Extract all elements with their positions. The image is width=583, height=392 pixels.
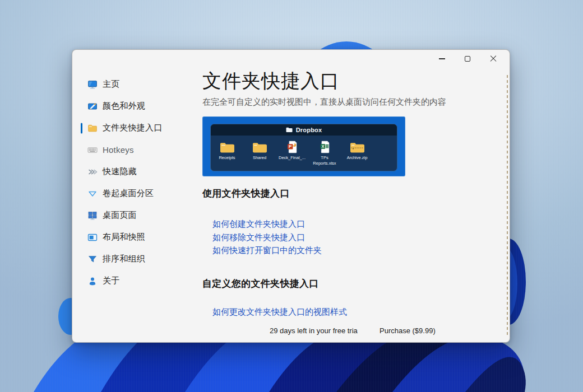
sidebar-item-label: Hotkeys bbox=[103, 145, 134, 155]
folder-icon bbox=[252, 138, 267, 153]
sidebar-item-quick-hide[interactable]: 快速隐藏 bbox=[72, 161, 199, 183]
layout-snapshot-icon bbox=[87, 232, 98, 242]
sidebar-item-label: 关于 bbox=[103, 276, 119, 286]
links-group-customize: 如何更改文件夹快捷入口的视图样式 bbox=[212, 305, 477, 319]
sidebar-item-label: 排序和组织 bbox=[103, 254, 145, 264]
sidebar-item-layout-snapshots[interactable]: 布局和快照 bbox=[72, 226, 199, 248]
sidebar-item-hotkeys[interactable]: Hotkeys bbox=[72, 139, 199, 161]
desktop-pages-icon bbox=[87, 211, 98, 221]
section-heading-use: 使用文件夹快捷入口 bbox=[202, 187, 477, 200]
selected-indicator bbox=[81, 123, 82, 133]
sidebar-item-label: 颜色和外观 bbox=[103, 101, 145, 111]
powerpoint-file-icon: P bbox=[287, 138, 298, 153]
home-monitor-icon bbox=[87, 80, 98, 90]
sidebar-item-label: 主页 bbox=[103, 79, 119, 90]
portal-item-label: Shared bbox=[253, 155, 266, 161]
portal-panel: Dropbox Receipts Shared bbox=[210, 124, 397, 171]
sidebar-item-folder-portals[interactable]: 文件夹快捷入口 bbox=[72, 117, 199, 139]
portal-header: Dropbox bbox=[211, 124, 397, 136]
portal-item-deck[interactable]: P Deck_Final_... bbox=[276, 138, 308, 166]
portal-item-receipts[interactable]: Receipts bbox=[211, 138, 243, 166]
section-heading-customize: 自定义您的文件夹快捷入口 bbox=[202, 277, 477, 290]
portal-item-label: Receipts bbox=[219, 155, 235, 161]
folder-icon bbox=[87, 123, 98, 133]
keyboard-icon bbox=[87, 145, 98, 155]
portal-item-archive[interactable]: Archive.zip bbox=[341, 138, 373, 166]
sidebar-item-rollup[interactable]: 卷起桌面分区 bbox=[72, 183, 199, 204]
white-folder-icon bbox=[286, 127, 293, 133]
sidebar-item-about[interactable]: 关于 bbox=[72, 270, 199, 292]
sidebar-item-label: 卷起桌面分区 bbox=[103, 188, 154, 199]
svg-text:X: X bbox=[321, 144, 324, 149]
sidebar-item-label: 文件夹快捷入口 bbox=[103, 123, 162, 133]
zip-folder-icon bbox=[350, 138, 365, 153]
folder-icon bbox=[220, 138, 235, 153]
close-button[interactable] bbox=[480, 50, 506, 68]
sort-filter-icon bbox=[87, 254, 98, 264]
portal-items-row: Receipts Shared P Deck_Final_... bbox=[211, 136, 397, 166]
sidebar-item-label: 快速隐藏 bbox=[103, 166, 137, 177]
scrollbar-track[interactable] bbox=[507, 75, 508, 335]
link-remove-portal[interactable]: 如何移除文件夹快捷入口 bbox=[212, 231, 477, 244]
trial-status-text: 29 days left in your free tria bbox=[270, 326, 358, 335]
sidebar-item-label: 布局和快照 bbox=[103, 232, 145, 242]
portal-item-label: Archive.zip bbox=[347, 155, 368, 161]
about-person-icon bbox=[87, 276, 98, 286]
portal-item-reports[interactable]: X TPs Reports.xlsx bbox=[308, 138, 341, 166]
link-open-folder-in-window[interactable]: 如何快速打开窗口中的文件夹 bbox=[212, 244, 477, 257]
sidebar-item-home[interactable]: 主页 bbox=[72, 73, 199, 95]
sidebar-item-desktop-pages[interactable]: 桌面页面 bbox=[72, 204, 199, 226]
sidebar-item-sort-organize[interactable]: 排序和组织 bbox=[72, 248, 199, 270]
links-group-use: 如何创建文件夹快捷入口 如何移除文件夹快捷入口 如何快速打开窗口中的文件夹 bbox=[212, 217, 477, 257]
close-icon bbox=[490, 55, 497, 62]
portal-item-label: Deck_Final_... bbox=[279, 155, 306, 161]
portal-title: Dropbox bbox=[296, 127, 322, 133]
sidebar: 主页 颜色和外观 文件夹快捷入口 Hotkeys 快速隐藏 bbox=[72, 73, 199, 292]
main-content: 文件夹快捷入口 在完全可自定义的实时视图中，直接从桌面访问任何文件夹的内容 Dr… bbox=[202, 50, 477, 318]
color-appearance-icon bbox=[87, 101, 98, 111]
app-window: 主页 颜色和外观 文件夹快捷入口 Hotkeys 快速隐藏 bbox=[72, 49, 510, 343]
page-title: 文件夹快捷入口 bbox=[202, 70, 477, 92]
sidebar-item-colors[interactable]: 颜色和外观 bbox=[72, 95, 199, 117]
portal-item-label: TPs Reports.xlsx bbox=[309, 155, 340, 166]
purchase-button[interactable]: Purchase ($9.99) bbox=[380, 326, 436, 335]
svg-text:P: P bbox=[289, 144, 292, 149]
portal-item-shared[interactable]: Shared bbox=[243, 138, 276, 166]
sidebar-item-label: 桌面页面 bbox=[103, 210, 137, 221]
page-subtitle: 在完全可自定义的实时视图中，直接从桌面访问任何文件夹的内容 bbox=[202, 97, 477, 108]
link-change-view-style[interactable]: 如何更改文件夹快捷入口的视图样式 bbox=[212, 305, 477, 319]
rollup-triangle-icon bbox=[87, 189, 98, 199]
excel-file-icon: X bbox=[320, 138, 330, 153]
link-create-portal[interactable]: 如何创建文件夹快捷入口 bbox=[212, 217, 477, 231]
quick-hide-icon bbox=[87, 167, 98, 177]
folder-portal-preview-image: Dropbox Receipts Shared bbox=[202, 116, 405, 176]
